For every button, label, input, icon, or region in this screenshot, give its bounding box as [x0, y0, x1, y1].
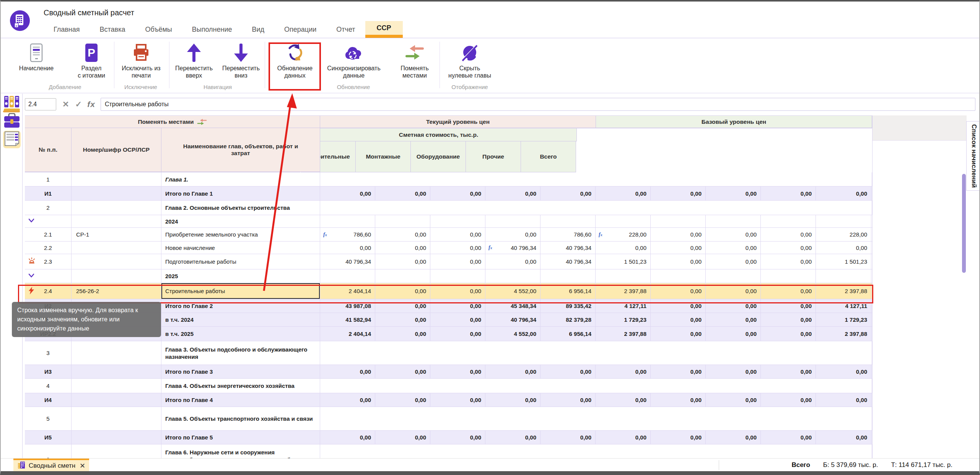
cell-num[interactable]: 4 — [25, 379, 72, 393]
cell-name[interactable]: Итого по Главе 5 — [161, 431, 320, 444]
cell-base-value[interactable]: 0,00 — [596, 393, 651, 407]
cell-name[interactable]: Подготовительные работы — [161, 254, 320, 269]
cell-current-value[interactable] — [540, 215, 596, 227]
cell-current-value[interactable]: 0,00 — [430, 299, 485, 313]
cell-current-value[interactable]: 0,00 — [375, 228, 430, 241]
cell-reference-input[interactable]: 2.4 — [25, 98, 56, 110]
cell-num[interactable]: 2.2 — [25, 242, 72, 254]
cell-name[interactable]: Глава 3. Объекты подсобного и обслуживаю… — [161, 341, 320, 365]
cell-code[interactable] — [72, 431, 161, 444]
table-row[interactable]: 2025 — [25, 269, 872, 283]
formula-input[interactable]: Строительные работы — [101, 98, 975, 111]
cell-base-value[interactable]: 0,00 — [651, 228, 706, 241]
cell-current-value[interactable] — [485, 269, 540, 283]
cell-base-value[interactable]: 1 729,23 — [816, 313, 871, 326]
cell-base-value[interactable]: 0,00 — [816, 186, 871, 200]
cell-current-value[interactable]: 0,00 — [430, 393, 485, 407]
cell-code[interactable] — [72, 407, 161, 430]
cell-current-value[interactable]: 0,00 — [540, 186, 596, 200]
cell-base-value[interactable]: 0,00 — [706, 365, 761, 378]
table-row[interactable]: 2.4256-26-2Строительные работы2 404,140,… — [25, 283, 872, 299]
cell-current-value[interactable]: 40 796,34 — [485, 313, 540, 326]
close-icon[interactable]: ✕ — [80, 462, 85, 470]
cell-base-value[interactable]: 0,00 — [761, 186, 816, 200]
cell-base-value[interactable] — [651, 269, 706, 283]
cell-current-value[interactable]: 0,00 — [375, 242, 430, 254]
cell-name[interactable]: Глава 2. Основные объекты строительства — [161, 201, 320, 215]
header-cell[interactable]: Текущий уровень цен — [320, 116, 596, 128]
cell-base-value[interactable] — [706, 269, 761, 283]
cell-code[interactable] — [72, 254, 161, 269]
header-cell[interactable]: Всего — [521, 141, 576, 172]
cell-base-value[interactable]: 0,00 — [761, 365, 816, 378]
cell-name[interactable]: 2024 — [161, 215, 320, 227]
cell-num[interactable]: 5 — [25, 407, 72, 430]
cell-current-value[interactable]: 41 582,94 — [320, 313, 375, 326]
cell-current-value[interactable] — [430, 269, 485, 283]
cell-current-value[interactable]: 0,00 — [375, 431, 430, 444]
cell-current-value[interactable]: 4 552,00 — [485, 327, 540, 341]
cell-code[interactable]: 256-26-2 — [72, 283, 161, 299]
cell-current-value[interactable]: 0,00 — [485, 228, 540, 241]
cell-code[interactable] — [72, 242, 161, 254]
cell-base-value[interactable]: 0,00 — [761, 327, 816, 341]
table-row[interactable]: 2.2Новое начисление0,000,000,00fx40 796,… — [25, 242, 872, 254]
cell-current-value[interactable]: 0,00 — [320, 186, 375, 200]
header-cell[interactable]: Номер/шифр ОСР/ЛСР — [72, 128, 161, 172]
cell-num[interactable] — [25, 269, 72, 283]
table-row[interactable]: 3Глава 3. Объекты подсобного и обслужива… — [25, 341, 872, 365]
cell-current-value[interactable]: 2 404,14 — [320, 283, 375, 299]
table-row[interactable]: 2.1СР-1Приобретение земельного участкаfx… — [25, 228, 872, 242]
cell-base-value[interactable]: 0,00 — [816, 242, 871, 254]
header-cell[interactable]: Прочие — [466, 141, 521, 172]
cell-base-value[interactable]: 0,00 — [761, 228, 816, 241]
cell-current-value[interactable]: 0,00 — [430, 283, 485, 299]
cell-current-value[interactable]: 2 404,14 — [320, 327, 375, 341]
ribbon-button-exclude-print[interactable]: Исключить из печати — [117, 42, 165, 79]
header-cell[interactable]: Наименование глав, объектов, работ и зат… — [161, 128, 320, 172]
cell-empty[interactable] — [320, 172, 872, 186]
tab-ССР[interactable]: ССР — [365, 21, 403, 38]
cell-base-value[interactable]: 0,00 — [706, 242, 761, 254]
tab-Операции[interactable]: Операции — [274, 21, 326, 38]
cell-base-value[interactable]: 0,00 — [651, 254, 706, 269]
cell-num[interactable]: И1 — [25, 186, 72, 200]
cell-current-value[interactable]: 82 379,28 — [540, 313, 596, 326]
cell-current-value[interactable]: 0,00 — [375, 283, 430, 299]
cell-base-value[interactable] — [761, 269, 816, 283]
cell-base-value[interactable] — [816, 269, 871, 283]
cell-name[interactable]: 2025 — [161, 269, 320, 283]
cell-name[interactable]: Строительные работы — [161, 283, 320, 299]
cell-name[interactable]: в т.ч. 2024 — [161, 313, 320, 326]
cell-current-value[interactable]: 0,00 — [430, 327, 485, 341]
cell-base-value[interactable] — [761, 215, 816, 227]
table-row[interactable]: 2Глава 2. Основные объекты строительства — [25, 201, 872, 215]
ribbon-button-nachislenie[interactable]: Начисление — [13, 42, 60, 72]
cell-current-value[interactable]: 0,00 — [430, 186, 485, 200]
cell-base-value[interactable]: 0,00 — [651, 313, 706, 326]
table-row[interactable]: 4Глава 4. Объекты энергетического хозяйс… — [25, 379, 872, 393]
cell-current-value[interactable]: 6 956,14 — [540, 327, 596, 341]
table-row[interactable]: 2.3Подготовительные работы40 796,340,000… — [25, 254, 872, 269]
ribbon-button-sync-data[interactable]: Синхронизировать данные — [323, 42, 384, 79]
cell-current-value[interactable]: 0,00 — [320, 393, 375, 407]
cell-current-value[interactable]: 0,00 — [430, 431, 485, 444]
tab-Выполнение[interactable]: Выполнение — [182, 21, 242, 38]
cell-current-value[interactable]: fx40 796,34 — [485, 242, 540, 254]
cell-current-value[interactable]: 4 552,00 — [485, 283, 540, 299]
table-row[interactable]: И5Итого по Главе 50,000,000,000,000,000,… — [25, 431, 872, 444]
cell-current-value[interactable]: 0,00 — [540, 365, 596, 378]
cell-base-value[interactable]: 228,00 — [816, 228, 871, 241]
swap-group-header[interactable]: Поменять местами — [25, 116, 320, 128]
tab-Отчет[interactable]: Отчет — [326, 21, 365, 38]
cell-base-value[interactable]: 0,00 — [706, 327, 761, 341]
tab-Вставка[interactable]: Вставка — [90, 21, 135, 38]
sheet-table-sidebar-item[interactable] — [3, 131, 21, 148]
cell-base-value[interactable]: 0,00 — [761, 299, 816, 313]
cell-current-value[interactable]: 0,00 — [375, 393, 430, 407]
header-cell[interactable]: Базовый уровень цен — [596, 116, 872, 128]
cell-current-value[interactable] — [375, 269, 430, 283]
accruals-list-side-tab[interactable]: Список начислений — [966, 121, 980, 191]
table-row[interactable]: И3Итого по Главе 30,000,000,000,000,000,… — [25, 365, 872, 379]
document-tab[interactable]: Сводный сметны... ✕ — [13, 459, 89, 472]
